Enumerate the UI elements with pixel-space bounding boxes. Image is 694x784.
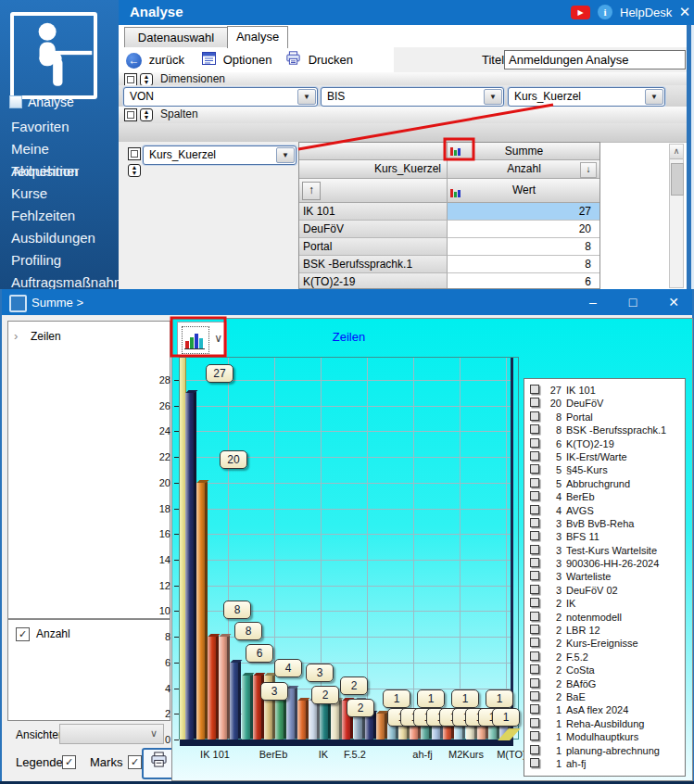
table-row-label[interactable]: Portal [299,238,448,256]
printer-icon [150,752,168,767]
anzahl-checkbox-label: Anzahl [36,627,70,640]
table-row-label[interactable]: DeuFöV [299,221,448,238]
sidebar-item-akquisition[interactable]: Akquisition [11,160,119,183]
panel-toggle-icon[interactable] [124,73,137,86]
scroll-up-icon[interactable]: ∧ [670,145,683,159]
panel-toggle-icon[interactable] [124,108,137,121]
anzahl-checkbox[interactable]: ✓ [16,627,30,641]
pivot-table: Summe Kurs_Kuerzel Anzahl ↓ ↑ Wert IK 10… [298,142,600,289]
table-row-value[interactable]: 8 [448,256,600,273]
spinner-icon[interactable]: ▲▼ [140,108,153,121]
sidebar-item-favoriten[interactable]: Favoriten [11,116,119,138]
back-arrow-icon: ← [126,53,142,69]
print-button[interactable]: Drucken [285,50,353,70]
row-area-header: ↑ [299,179,448,203]
table-row-label[interactable]: K(TO)2-19 [299,273,448,289]
combo-kurs-kuerzel[interactable]: Kurs_Kuerzel ▼ [508,87,665,107]
options-icon [202,51,216,70]
sidebar-item-kurse[interactable]: Kurse [11,183,119,205]
wert-column-header[interactable]: Wert [448,179,600,203]
marks-label: Marks [90,755,122,769]
options-label: Optionen [223,53,272,67]
sidebar-item-analyse-active[interactable]: Analyse [8,93,118,111]
sidebar-active-label: Analyse [28,95,74,109]
table-row-value[interactable]: 8 [448,238,600,256]
spalten-section-bar: ▲▼ Spalten [119,107,694,124]
spinner-icon[interactable]: ▲▼ [128,164,141,177]
legende-label: Legende [16,755,63,769]
chevron-right-icon[interactable]: › [14,329,18,343]
chart-panel: ∨ [171,318,693,781]
chart-type-button[interactable]: ∨ [177,322,227,358]
dropdown-arrow-icon[interactable]: ▼ [484,89,502,105]
combo-kurs-kuerzel-value: Kurs_Kuerzel [514,88,581,106]
sidebar-item-meine-teilnehmer[interactable]: Meine Teilnehmer [11,138,119,160]
chart-icon[interactable] [449,145,462,161]
info-icon[interactable]: i [598,5,612,19]
window-titlebar: Analyse ▶ i HelpDesk ✕ [119,0,694,25]
table-row-label[interactable]: BSK -Berufssprachk.1 [299,256,448,273]
combo-von[interactable]: VON ▼ [123,87,318,107]
combo-bis-value: BIS [327,88,345,106]
summe-header-label: Summe [505,145,543,158]
spalten-drop-area [119,123,694,143]
dropdown-arrow-icon[interactable]: ▼ [297,89,316,105]
scrollbar-thumb[interactable] [671,163,684,196]
summe-titlebar: Summe > – □ ✕ [2,289,692,315]
table-scrollbar[interactable]: ∧ [669,144,684,288]
app-root: Analyse FavoritenMeine TeilnehmerAkquisi… [0,0,694,784]
dropdown-arrow-icon[interactable]: ▼ [276,147,295,163]
spinner-icon[interactable]: ▲▼ [140,73,153,86]
table-row-value[interactable]: 27 [448,203,600,221]
page-title: Analyse [130,4,183,19]
zeilen-tree-panel: › Zeilen [7,321,170,619]
options-button[interactable]: Optionen [202,50,271,70]
anzahl-header-label: Anzahl [507,162,541,175]
row-field-combo[interactable]: Kurs_Kuerzel ▼ [143,145,297,165]
tree-root-zeilen[interactable]: Zeilen [31,330,61,343]
printer-icon [285,51,301,70]
back-button[interactable]: ← zurück [126,50,184,70]
print-label: Drucken [309,53,353,67]
titel-label: Titel [482,53,504,67]
row-field-header-label: Kurs_Kuerzel [374,162,441,175]
dropdown-arrow-icon[interactable]: ▼ [645,89,663,105]
row-field-header[interactable]: Kurs_Kuerzel [299,160,448,179]
wert-header-label: Wert [512,183,536,196]
titel-input[interactable] [504,50,686,70]
sidebar-item-fehlzeiten[interactable]: Fehlzeiten [11,205,119,227]
minimize-icon[interactable]: – [579,292,607,312]
toolbar: ← zurück Optionen Drucken Titel [119,47,694,72]
anzahl-column-header[interactable]: Anzahl ↓ [448,160,600,179]
legende-checkbox[interactable]: ✓ [62,755,76,769]
marks-checkbox[interactable]: ✓ [128,755,142,769]
close-icon[interactable]: ✕ [660,292,688,312]
summe-window-icon [9,295,27,312]
sidebar: Analyse FavoritenMeine TeilnehmerAkquisi… [0,0,119,289]
ansichten-dropdown[interactable]: ∨ [59,724,164,744]
analyse-module-icon [9,95,22,108]
move-up-icon[interactable]: ↑ [302,182,321,200]
tab-datenauswahl[interactable]: Datenauswahl [124,27,228,47]
chevron-down-icon[interactable]: ∨ [214,332,222,345]
chevron-down-icon: ∨ [150,727,158,740]
youtube-icon[interactable]: ▶ [571,6,590,19]
table-row-label[interactable]: IK 101 [299,203,448,221]
analyse-window: Analyse ▶ i HelpDesk ✕ Datenauswahl Anal… [119,0,694,289]
sort-icon[interactable]: ↓ [580,162,597,178]
combo-bis[interactable]: BIS ▼ [321,87,504,107]
helpdesk-link[interactable]: HelpDesk [620,6,672,19]
maximize-icon[interactable]: □ [619,292,647,312]
panel-toggle-icon[interactable] [128,147,141,160]
spalten-label: Spalten [160,107,198,120]
sidebar-item-ausbildungen[interactable]: Ausbildungen [11,227,119,249]
summe-column-header[interactable]: Summe [448,143,600,160]
chart-print-button[interactable] [142,748,175,779]
tab-analyse[interactable]: Analyse [227,26,288,48]
sidebar-item-profiling[interactable]: Profiling [11,249,119,272]
close-icon[interactable]: ✕ [675,3,694,21]
pivot-corner-cell [299,143,448,160]
bar-chart-type-icon [182,326,209,354]
table-row-value[interactable]: 6 [448,273,600,289]
table-row-value[interactable]: 20 [448,221,600,238]
